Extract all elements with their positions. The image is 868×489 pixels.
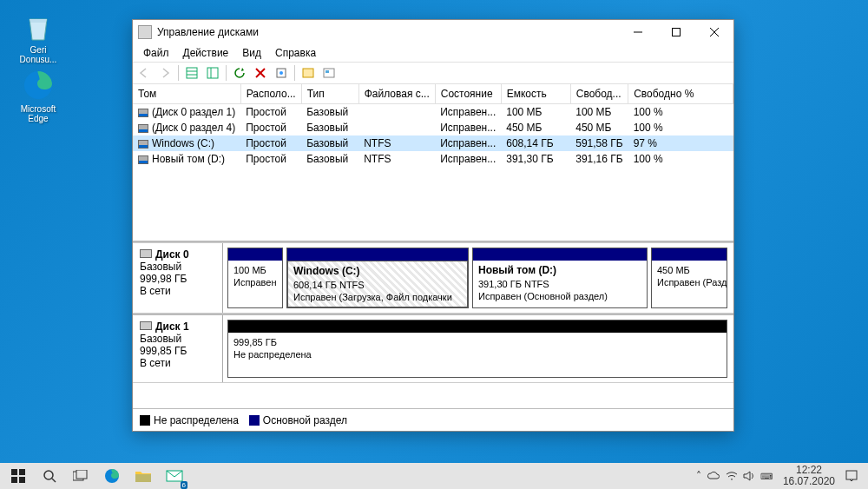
- svg-rect-17: [11, 469, 17, 475]
- view-graphical-button[interactable]: [203, 63, 222, 83]
- table-row[interactable]: Windows (C:)ПростойБазовыйNTFSИсправен..…: [133, 135, 733, 151]
- tray-clock[interactable]: 12:22 16.07.2020: [778, 465, 840, 487]
- partition-body: 100 МБИсправен: [228, 261, 282, 307]
- col-type[interactable]: Тип: [301, 84, 358, 104]
- svg-rect-27: [846, 471, 857, 479]
- legend-swatch-unallocated: [140, 415, 150, 426]
- col-volume[interactable]: Том: [133, 84, 240, 104]
- forward-button: [155, 63, 174, 83]
- minimize-button[interactable]: [619, 20, 657, 44]
- taskbar-mail[interactable]: 6: [160, 463, 189, 489]
- mail-badge: 6: [181, 481, 187, 489]
- tray-chevron-icon[interactable]: ˄: [696, 470, 701, 482]
- window-title: Управление дисками: [157, 26, 619, 38]
- taskbar-explorer[interactable]: [128, 463, 158, 489]
- partition-block[interactable]: 450 МБИсправен (Разд: [651, 248, 727, 308]
- tray-language-icon[interactable]: ⌨: [760, 472, 773, 481]
- menu-action[interactable]: Действие: [176, 45, 236, 61]
- tray-cloud-icon[interactable]: [707, 471, 720, 481]
- legend: Не распределена Основной раздел: [133, 408, 733, 431]
- search-button[interactable]: [35, 463, 64, 489]
- menubar: Файл Действие Вид Справка: [133, 44, 733, 62]
- tray-notifications-icon[interactable]: [845, 470, 858, 482]
- col-status[interactable]: Состояние: [435, 84, 501, 104]
- titlebar: Управление дисками: [133, 20, 733, 44]
- svg-rect-20: [19, 477, 25, 483]
- disk-row-0[interactable]: Диск 0 Базовый 999,98 ГБ В сети 100 МБИс…: [133, 243, 733, 314]
- properties-button[interactable]: [272, 63, 291, 83]
- col-free[interactable]: Свобод...: [570, 84, 628, 104]
- desktop-icon-edge[interactable]: Microsoft Edge: [12, 68, 64, 123]
- partition-bar: [228, 320, 727, 333]
- svg-rect-5: [187, 68, 197, 78]
- partition-body: Windows (C:)608,14 ГБ NTFSИсправен (Загр…: [287, 261, 468, 307]
- settings-button[interactable]: [319, 63, 339, 83]
- tray-wifi-icon[interactable]: [726, 471, 738, 481]
- edge-icon: [21, 68, 56, 102]
- partition-bar: [228, 248, 282, 261]
- partition-bar: [473, 248, 647, 261]
- partition-body: 999,85 ГБНе распределена: [228, 333, 727, 377]
- system-tray[interactable]: ˄ ⌨ 12:22 16.07.2020: [689, 465, 865, 487]
- back-button: [135, 63, 154, 83]
- svg-rect-8: [207, 68, 218, 78]
- partition-block[interactable]: 999,85 ГБНе распределена: [227, 320, 727, 378]
- partition-bar: [652, 248, 727, 261]
- table-row[interactable]: (Диск 0 раздел 4)ПростойБазовыйИсправен.…: [133, 120, 733, 135]
- disk-info: Диск 0 Базовый 999,98 ГБ В сети: [133, 243, 223, 313]
- svg-rect-16: [326, 70, 329, 73]
- disk-icon: [140, 321, 152, 330]
- disk-row-1[interactable]: Диск 1 Базовый 999,85 ГБ В сети 999,85 Г…: [133, 314, 733, 383]
- volume-icon: [138, 155, 148, 164]
- taskbar: 6 ˄ ⌨ 12:22 16.07.2020: [0, 463, 868, 489]
- svg-rect-19: [11, 477, 17, 483]
- disk-info: Диск 1 Базовый 999,85 ГБ В сети: [133, 315, 223, 382]
- table-row[interactable]: (Диск 0 раздел 1)ПростойБазовыйИсправен.…: [133, 104, 733, 121]
- partition-block[interactable]: Windows (C:)608,14 ГБ NTFSИсправен (Загр…: [286, 248, 469, 308]
- close-button[interactable]: [695, 20, 733, 44]
- partition-block[interactable]: Новый том (D:)391,30 ГБ NTFSИсправен (Ос…: [472, 248, 648, 308]
- col-filesystem[interactable]: Файловая с...: [358, 84, 435, 104]
- tray-volume-icon[interactable]: [743, 471, 755, 481]
- recycle-bin-icon: [21, 9, 56, 43]
- svg-rect-18: [19, 469, 25, 475]
- volume-list[interactable]: Том Располо... Тип Файловая с... Состоян…: [133, 84, 733, 242]
- volume-icon: [138, 140, 148, 149]
- maximize-button[interactable]: [657, 20, 695, 44]
- svg-rect-14: [303, 69, 313, 77]
- disk-management-window: Управление дисками Файл Действие Вид Спр…: [132, 19, 734, 432]
- svg-point-13: [279, 71, 283, 75]
- partition-block[interactable]: 100 МБИсправен: [227, 248, 283, 308]
- col-freepct[interactable]: Свободно %: [628, 84, 733, 104]
- partition-body: Новый том (D:)391,30 ГБ NTFSИсправен (Ос…: [473, 261, 647, 307]
- col-capacity[interactable]: Емкость: [501, 84, 570, 104]
- app-icon: [138, 25, 152, 39]
- volume-icon: [138, 109, 148, 117]
- legend-swatch-primary: [249, 415, 260, 426]
- menu-file[interactable]: Файл: [136, 45, 176, 61]
- table-row[interactable]: Новый том (D:)ПростойБазовыйNTFSИсправен…: [133, 151, 733, 167]
- volume-icon: [138, 124, 148, 133]
- svg-rect-2: [673, 29, 681, 36]
- start-button[interactable]: [3, 463, 33, 489]
- partition-bar: [287, 248, 468, 261]
- partition-body: 450 МБИсправен (Разд: [652, 261, 727, 307]
- toolbar: [133, 62, 733, 84]
- help-button[interactable]: [299, 63, 318, 83]
- menu-help[interactable]: Справка: [268, 45, 323, 61]
- taskbar-edge[interactable]: [97, 463, 127, 489]
- disk-graphical-pane[interactable]: Диск 0 Базовый 999,98 ГБ В сети 100 МБИс…: [133, 242, 733, 408]
- delete-button[interactable]: [251, 63, 270, 83]
- task-view-button[interactable]: [66, 463, 95, 489]
- menu-view[interactable]: Вид: [235, 45, 268, 61]
- svg-line-22: [52, 479, 56, 482]
- refresh-button[interactable]: [230, 63, 249, 83]
- svg-rect-24: [76, 470, 87, 479]
- column-headers[interactable]: Том Располо... Тип Файловая с... Состоян…: [133, 84, 733, 104]
- col-layout[interactable]: Располо...: [240, 84, 301, 104]
- disk-icon: [140, 249, 152, 258]
- view-list-button[interactable]: [182, 63, 201, 83]
- desktop-icon-label: Microsoft Edge: [12, 104, 64, 123]
- svg-point-21: [44, 471, 53, 479]
- desktop-icon-recycle-bin[interactable]: Geri Donusu...: [12, 9, 64, 64]
